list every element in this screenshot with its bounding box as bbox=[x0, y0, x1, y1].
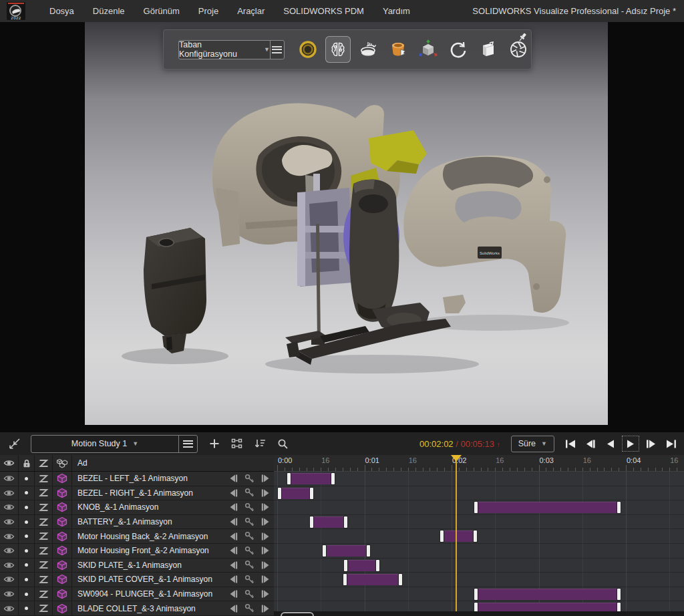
span-end-handle[interactable] bbox=[617, 589, 621, 600]
next-keyframe-button[interactable] bbox=[261, 489, 270, 497]
prev-keyframe-button[interactable] bbox=[229, 474, 238, 482]
keyframe-key-button[interactable] bbox=[244, 488, 254, 498]
span-end-handle[interactable] bbox=[399, 574, 402, 585]
track-lock-toggle[interactable] bbox=[19, 601, 35, 615]
track-visibility-toggle[interactable] bbox=[0, 472, 19, 486]
track-visibility-toggle[interactable] bbox=[0, 573, 19, 587]
spin-refresh-icon[interactable] bbox=[446, 36, 471, 63]
cube-icon[interactable] bbox=[53, 486, 72, 500]
keyframe-key-button[interactable] bbox=[244, 502, 254, 512]
track-visibility-toggle[interactable] bbox=[0, 587, 19, 601]
span-end-handle[interactable] bbox=[310, 488, 313, 499]
track-curve-icon[interactable] bbox=[35, 486, 53, 500]
track-row[interactable]: BATTERY_&-1 Animasyon bbox=[0, 515, 274, 530]
next-keyframe-button[interactable] bbox=[261, 547, 270, 555]
span-start-handle[interactable] bbox=[310, 516, 313, 528]
step-forward-button[interactable] bbox=[643, 436, 659, 451]
track-lock-toggle[interactable] bbox=[19, 587, 35, 601]
keyframe-key-button[interactable] bbox=[244, 575, 254, 585]
span-start-handle[interactable] bbox=[287, 473, 291, 484]
track-curve-icon[interactable] bbox=[35, 559, 53, 573]
track-row[interactable]: SW0904 - PLUNGER_&-1 Animasyon bbox=[0, 587, 274, 602]
keyframe-span-bar[interactable] bbox=[309, 516, 347, 528]
timeline-track-lane[interactable] bbox=[274, 529, 684, 544]
next-keyframe-button[interactable] bbox=[261, 518, 270, 526]
paint-bucket-icon[interactable] bbox=[385, 36, 411, 63]
ring-appearance-icon[interactable] bbox=[295, 36, 321, 63]
horizontal-scrollbar[interactable] bbox=[274, 611, 684, 616]
menu-item-yard-m[interactable]: Yardım bbox=[373, 1, 419, 21]
motion-study-menu-button[interactable] bbox=[178, 436, 197, 452]
timeline-track-lane[interactable] bbox=[274, 587, 684, 602]
search-icon[interactable] bbox=[273, 434, 293, 453]
part-motor-housing-front[interactable] bbox=[349, 180, 399, 322]
span-end-handle[interactable] bbox=[376, 560, 379, 571]
animation-curve-column-header[interactable] bbox=[35, 455, 53, 471]
track-row[interactable]: BEZEL - LEFT_&-1 Animasyon bbox=[0, 472, 274, 486]
track-curve-icon[interactable] bbox=[35, 515, 53, 529]
configuration-dropdown[interactable]: Taban Konfigürasyonu ▼ bbox=[179, 41, 270, 59]
track-row[interactable]: SKID PLATE_&-1 Animasyon bbox=[0, 559, 274, 573]
cube-icon[interactable] bbox=[53, 559, 72, 573]
keyframe-key-button[interactable] bbox=[244, 517, 254, 527]
track-curve-icon[interactable] bbox=[35, 544, 53, 558]
go-to-start-button[interactable] bbox=[562, 436, 578, 451]
track-lock-toggle[interactable] bbox=[19, 544, 35, 558]
prev-keyframe-button[interactable] bbox=[229, 547, 238, 555]
keyframe-key-button[interactable] bbox=[244, 560, 254, 570]
brain-denoiser-icon[interactable] bbox=[325, 36, 351, 63]
cube-icon[interactable] bbox=[53, 573, 72, 587]
timeline-track-lane[interactable] bbox=[274, 486, 684, 501]
collapse-panel-icon[interactable] bbox=[5, 434, 25, 453]
timeline-track-lane[interactable] bbox=[274, 573, 684, 587]
track-row[interactable]: BEZEL - RIGHT_&-1 Animasyon bbox=[0, 486, 274, 501]
track-row[interactable]: Motor Housing Back_&-2 Animasyon bbox=[0, 529, 274, 544]
track-visibility-toggle[interactable] bbox=[0, 486, 19, 500]
track-row[interactable]: SKID PLATE COVER_&-1 Animasyon bbox=[0, 573, 274, 587]
cube-icon[interactable] bbox=[53, 500, 72, 514]
configuration-menu-button[interactable] bbox=[270, 41, 284, 59]
track-curve-icon[interactable] bbox=[35, 601, 53, 615]
track-visibility-toggle[interactable] bbox=[0, 529, 19, 543]
keyframe-span-bar[interactable] bbox=[440, 530, 478, 542]
track-curve-icon[interactable] bbox=[35, 573, 53, 587]
next-keyframe-button[interactable] bbox=[261, 532, 270, 541]
playhead-line[interactable] bbox=[456, 461, 457, 611]
span-start-handle[interactable] bbox=[344, 560, 347, 571]
viewport-3d-scene[interactable]: SolidWorks bbox=[85, 22, 608, 425]
turntable-icon[interactable] bbox=[355, 36, 381, 63]
part-housing-right[interactable]: SolidWorks bbox=[403, 156, 566, 313]
lock-column-header[interactable] bbox=[19, 455, 35, 471]
timeline-track-lane[interactable] bbox=[274, 500, 684, 515]
span-start-handle[interactable] bbox=[474, 502, 478, 513]
menu-item-proje[interactable]: Proje bbox=[189, 1, 228, 21]
span-end-handle[interactable] bbox=[474, 530, 477, 542]
track-curve-icon[interactable] bbox=[35, 500, 53, 514]
prev-keyframe-button[interactable] bbox=[229, 561, 238, 569]
keyframe-key-button[interactable] bbox=[244, 589, 254, 599]
track-visibility-toggle[interactable] bbox=[0, 559, 19, 573]
track-curve-icon[interactable] bbox=[35, 529, 53, 543]
cube-icon[interactable] bbox=[53, 544, 72, 558]
track-lock-toggle[interactable] bbox=[19, 515, 35, 529]
track-row[interactable]: KNOB_&-1 Animasyon bbox=[0, 500, 274, 515]
span-start-handle[interactable] bbox=[343, 574, 347, 585]
keyframe-span-bar[interactable] bbox=[474, 589, 622, 600]
cube-icon[interactable] bbox=[53, 587, 72, 601]
timeline-track-lane[interactable] bbox=[274, 544, 684, 559]
track-lock-toggle[interactable] bbox=[19, 472, 35, 486]
play-button[interactable] bbox=[623, 436, 639, 451]
menu-item-solidworks-pdm[interactable]: SOLIDWORKS PDM bbox=[274, 1, 373, 21]
span-start-handle[interactable] bbox=[440, 530, 444, 542]
next-keyframe-button[interactable] bbox=[261, 605, 270, 613]
track-lock-toggle[interactable] bbox=[19, 573, 35, 587]
prev-keyframe-button[interactable] bbox=[229, 503, 238, 511]
render-view-icon[interactable] bbox=[476, 36, 501, 63]
timeline-track-lane[interactable] bbox=[274, 559, 684, 573]
track-curve-icon[interactable] bbox=[35, 472, 53, 486]
prev-keyframe-button[interactable] bbox=[229, 575, 238, 583]
name-column-header[interactable]: Ad bbox=[72, 455, 274, 471]
cube-icon[interactable] bbox=[53, 601, 72, 615]
track-lock-toggle[interactable] bbox=[19, 529, 35, 543]
keyframe-span-bar[interactable] bbox=[343, 574, 403, 585]
